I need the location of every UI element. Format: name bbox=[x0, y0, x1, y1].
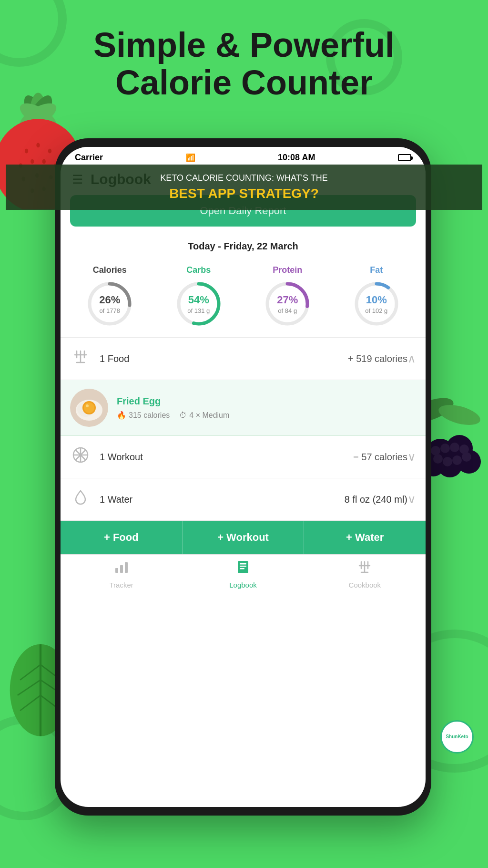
workout-chevron-down-icon[interactable]: ∨ bbox=[407, 450, 416, 464]
log-section: 1 Food + 519 calories ∧ bbox=[61, 338, 426, 521]
carbs-label: Carbs bbox=[186, 265, 211, 275]
tab-cookbook[interactable]: Cookbook bbox=[304, 559, 426, 589]
svg-point-12 bbox=[42, 159, 46, 164]
fried-egg-item[interactable]: Fried Egg 🔥 315 calories ⏱ 4 × Medium bbox=[61, 380, 426, 436]
calories-macro: Calories 26% of 1778 bbox=[86, 265, 133, 328]
svg-point-27 bbox=[440, 444, 450, 453]
food-log-item[interactable]: 1 Food + 519 calories ∧ bbox=[61, 338, 426, 380]
water-count: 1 Water bbox=[100, 494, 132, 505]
food-calories: + 519 calories bbox=[348, 353, 407, 364]
svg-rect-70 bbox=[240, 563, 246, 565]
svg-point-59 bbox=[84, 403, 94, 413]
svg-rect-67 bbox=[120, 565, 123, 573]
svg-point-28 bbox=[450, 443, 459, 452]
carrier-text: Carrier bbox=[75, 153, 103, 163]
svg-rect-68 bbox=[125, 562, 128, 573]
workout-log-info: 1 Workout bbox=[100, 452, 353, 463]
fried-egg-image bbox=[70, 389, 108, 427]
protein-sub: of 84 g bbox=[277, 307, 298, 314]
food-meta: 🔥 315 calories ⏱ 4 × Medium bbox=[117, 411, 416, 420]
protein-label: Protein bbox=[273, 265, 302, 275]
water-chevron-down-icon[interactable]: ∨ bbox=[407, 493, 416, 506]
carbs-macro: Carbs 54% of 131 g bbox=[175, 265, 223, 328]
cookbook-tab-label: Cookbook bbox=[349, 581, 381, 589]
protein-macro: Protein 27% of 84 g bbox=[264, 265, 311, 328]
status-time: 10:08 AM bbox=[278, 153, 315, 163]
food-amount-meta: ⏱ 4 × Medium bbox=[179, 411, 229, 420]
food-name: Fried Egg bbox=[117, 396, 416, 407]
svg-point-7 bbox=[25, 149, 28, 154]
fat-sub: of 102 g bbox=[365, 307, 387, 314]
fat-macro: Fat 10% of 102 g bbox=[353, 265, 400, 328]
svg-rect-66 bbox=[115, 568, 118, 573]
overlay-subtitle: KETO CALORIE COUNTING: WHAT'S THE bbox=[20, 173, 468, 183]
svg-rect-72 bbox=[240, 568, 244, 569]
carbs-sub: of 131 g bbox=[187, 307, 210, 314]
water-log-info: 1 Water bbox=[100, 494, 345, 505]
tab-logbook[interactable]: Logbook bbox=[182, 559, 304, 589]
water-amount: 8 fl oz (240 ml) bbox=[345, 494, 407, 505]
water-log-item[interactable]: 1 Water 8 fl oz (240 ml) ∨ bbox=[61, 478, 426, 521]
date-display: Today - Friday, 22 March bbox=[61, 234, 426, 257]
tracker-tab-label: Tracker bbox=[110, 581, 133, 589]
fat-label: Fat bbox=[370, 265, 383, 275]
carbs-ring: 54% of 131 g bbox=[175, 280, 223, 328]
cookbook-icon bbox=[357, 559, 372, 578]
tab-bar: Tracker Logbook bbox=[61, 554, 426, 598]
svg-point-26 bbox=[431, 446, 440, 455]
calories-sub: of 1778 bbox=[99, 307, 120, 314]
svg-point-60 bbox=[86, 404, 89, 407]
food-chevron-up-icon[interactable]: ∧ bbox=[407, 352, 416, 365]
overlay-title: BEST APP STRATEGY? bbox=[20, 186, 468, 201]
status-bar: Carrier 📶 10:08 AM bbox=[61, 147, 426, 166]
tab-tracker[interactable]: Tracker bbox=[61, 559, 182, 589]
battery-icon bbox=[398, 154, 411, 161]
overlay-banner: KETO CALORIE COUNTING: WHAT'S THE BEST A… bbox=[6, 165, 482, 210]
protein-pct: 27% bbox=[277, 294, 298, 306]
fat-pct: 10% bbox=[365, 294, 387, 306]
wifi-icon: 📶 bbox=[186, 153, 195, 162]
fat-ring: 10% of 102 g bbox=[353, 280, 400, 328]
add-workout-button[interactable]: + Workout bbox=[183, 521, 305, 554]
phone-screen: Carrier 📶 10:08 AM ☰ Logbook Open Daily … bbox=[61, 147, 426, 807]
svg-rect-71 bbox=[240, 566, 246, 567]
phone-frame: Carrier 📶 10:08 AM ☰ Logbook Open Daily … bbox=[55, 138, 431, 816]
calories-pct: 26% bbox=[99, 294, 120, 306]
add-food-button[interactable]: + Food bbox=[61, 521, 183, 554]
workout-count: 1 Workout bbox=[100, 452, 143, 462]
svg-point-11 bbox=[30, 159, 34, 164]
workout-log-item[interactable]: 1 Workout − 57 calories ∨ bbox=[61, 436, 426, 478]
workout-calories: − 57 calories bbox=[353, 452, 407, 463]
svg-point-31 bbox=[443, 457, 452, 466]
bottom-action-buttons: + Food + Workout + Water bbox=[61, 521, 426, 554]
food-log-info: 1 Food bbox=[100, 353, 348, 364]
svg-point-32 bbox=[452, 455, 462, 465]
protein-ring: 27% of 84 g bbox=[264, 280, 311, 328]
calories-ring: 26% of 1778 bbox=[86, 280, 133, 328]
logbook-icon bbox=[235, 559, 251, 578]
svg-point-8 bbox=[36, 143, 40, 148]
svg-point-9 bbox=[48, 149, 51, 154]
svg-rect-69 bbox=[238, 561, 248, 573]
shunketo-logo: Shun Keto bbox=[440, 720, 474, 754]
carbs-pct: 54% bbox=[187, 294, 210, 306]
food-count: 1 Food bbox=[100, 353, 129, 364]
food-details: Fried Egg 🔥 315 calories ⏱ 4 × Medium bbox=[117, 396, 416, 420]
svg-point-33 bbox=[462, 452, 471, 462]
shunketo-circle: Shun Keto bbox=[440, 720, 474, 754]
svg-point-30 bbox=[433, 454, 443, 464]
tracker-icon bbox=[114, 559, 129, 578]
calories-label: Calories bbox=[93, 265, 127, 275]
food-calories-meta: 🔥 315 calories bbox=[117, 411, 170, 420]
water-icon bbox=[70, 489, 91, 510]
macros-section: Calories 26% of 1778 Carbs bbox=[61, 257, 426, 338]
food-icon bbox=[70, 348, 91, 369]
add-water-button[interactable]: + Water bbox=[304, 521, 426, 554]
logbook-tab-label: Logbook bbox=[229, 581, 257, 589]
workout-icon bbox=[70, 446, 91, 467]
